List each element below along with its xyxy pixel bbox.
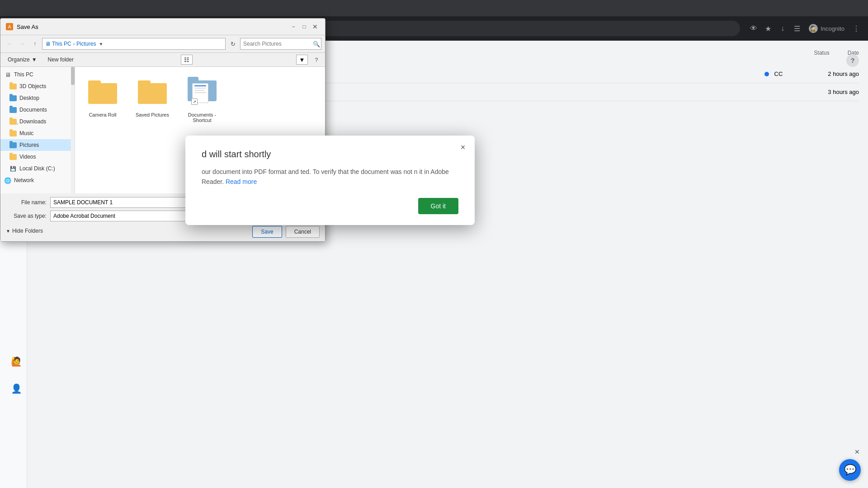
sidebar-item-local-disk[interactable]: 💾 Local Disk (C:) [0,163,75,174]
documents-shortcut-label: Documents - Shortcut [182,112,222,123]
3d-objects-folder-icon [9,83,17,90]
search-box: 🔍 [240,38,321,50]
view-dropdown-arrow: ▼ [299,56,305,63]
breadcrumb-pictures[interactable]: Pictures [76,41,96,47]
sidebar-scrollbar[interactable] [71,67,75,193]
view-icon: ☷ [184,56,189,63]
sidebar-item-downloads[interactable]: ↓ Downloads [0,116,75,127]
music-label: Music [19,130,33,136]
file-item-documents-shortcut[interactable]: ↗ Documents - Shortcut [182,74,222,123]
sidebar-item-documents[interactable]: Documents [0,104,75,116]
time-2: 3 hours ago [828,89,859,95]
dialog-title: A Save As [6,23,38,30]
menu-button[interactable]: ⋮ [850,22,863,35]
hide-folders-arrow: ▼ [6,229,10,234]
sidebar-item-desktop[interactable]: Desktop [0,92,75,104]
desktop-folder-icon [9,94,17,102]
organize-label: Organize [8,56,30,63]
tab-bar [0,0,868,16]
save-as-type-label: Save as type: [6,213,47,219]
sidebar-item-this-pc[interactable]: 🖥 This PC [0,69,75,80]
refresh-location-button[interactable]: ↻ [227,38,238,49]
time-1: 2 hours ago [828,70,859,77]
dialog-action-bar: Organize ▼ New folder ☷ ▼ ? [0,53,325,67]
this-pc-label: This PC [14,71,33,78]
pdf-dialog-close-button[interactable]: × [457,141,469,154]
maximize-button[interactable]: □ [300,22,309,31]
camera-roll-folder-icon [88,80,117,104]
sidebar-item-pictures[interactable]: Pictures [0,139,75,151]
dialog-back-button[interactable]: ← [4,38,15,49]
dialog-help-button[interactable]: ? [311,55,321,65]
sidebar-item-3d-objects[interactable]: 3D Objects [0,80,75,92]
hide-folders-label: Hide Folders [12,228,43,234]
dialog-up-button[interactable]: ↑ [29,38,40,49]
minimize-button[interactable]: − [289,22,298,31]
saved-pictures-icon-wrapper [135,74,170,110]
dialog-forward-button[interactable]: → [17,38,28,49]
breadcrumb-bar[interactable]: 🖥 This PC › Pictures ▼ [42,38,226,50]
new-folder-button[interactable]: New folder [44,55,77,64]
close-dialog-button[interactable]: ✕ [311,22,320,31]
close-chat-button[interactable]: ✕ [853,447,862,456]
sidebar-item-music[interactable]: Music [0,127,75,139]
pdf-dialog-title: d will start shortly [202,149,458,160]
cc-label: CC [774,70,783,77]
3d-objects-label: 3D Objects [19,83,46,89]
accessibility-icon[interactable]: 👁 [747,22,760,35]
read-more-link[interactable]: Read more [226,178,257,185]
sidebar-item-videos[interactable]: Videos [0,151,75,163]
hide-folders-button[interactable]: ▼ Hide Folders [6,228,43,234]
sidebar-item-network[interactable]: 🌐 Network [0,174,75,186]
view-dropdown-button[interactable]: ▼ [296,55,308,65]
view-button[interactable]: ☷ [181,55,193,65]
sidebar-toggle-icon[interactable]: ☰ [791,22,803,35]
sidebar-scroll-thumb[interactable] [71,67,75,85]
camera-roll-label: Camera Roll [89,112,116,117]
documents-shortcut-icon-wrapper: ↗ [185,74,219,110]
cancel-button[interactable]: Cancel [286,226,320,238]
dialog-title-text: Save As [17,23,38,30]
downloads-label: Downloads [19,118,46,125]
documents-folder-icon [9,106,17,113]
file-name-label: File name: [6,199,47,206]
organize-dropdown-arrow: ▼ [32,56,37,63]
help-icon[interactable]: ? [846,54,859,67]
add-person-icon[interactable]: 🙋 [7,352,25,371]
camera-roll-icon-wrapper [85,74,120,110]
file-item-camera-roll[interactable]: Camera Roll [82,74,123,123]
dialog-titlebar: A Save As − □ ✕ [0,19,325,35]
bottom-left-icons: 🙋 👤 [7,352,25,398]
shortcut-folder-tab [188,77,198,81]
this-pc-icon: 🖥 [45,41,51,47]
local-disk-label: Local Disk (C:) [19,165,55,172]
person-icon[interactable]: 👤 [7,380,25,398]
save-button[interactable]: Save [252,226,282,238]
breadcrumb-this-pc[interactable]: 🖥 This PC [45,41,71,47]
dialog-app-icon: A [6,23,13,30]
network-label: Network [14,177,34,183]
network-icon: 🌐 [4,177,11,184]
music-folder-icon [9,130,17,137]
pdf-dialog-footer: Got it [202,198,458,214]
got-it-button[interactable]: Got it [418,198,458,214]
search-input[interactable] [243,41,311,47]
downloads-folder-icon: ↓ [9,118,17,125]
breadcrumb-dropdown[interactable]: ▼ [99,42,103,47]
save-as-type-value: Adobe Acrobat Document [53,213,115,219]
file-item-saved-pictures[interactable]: Saved Pictures [132,74,173,123]
bookmark-icon[interactable]: ★ [762,22,774,35]
pdf-dialog: × d will start shortly our document into… [185,136,475,225]
chat-bubble[interactable]: 💬 [839,459,861,481]
status-column-header: Status [814,50,830,56]
desktop-label: Desktop [19,95,39,101]
footer-bottom-row: ▼ Hide Folders Save Cancel [6,224,320,238]
new-folder-label: New folder [48,56,74,63]
organize-button[interactable]: Organize ▼ [4,55,41,64]
documents-shortcut-folder-icon: ↗ [188,76,217,108]
download-icon[interactable]: ↓ [776,22,789,35]
incognito-label: Incognito [821,25,844,32]
local-disk-icon: 💾 [9,165,17,172]
dialog-sidebar: 🖥 This PC 3D Objects Desktop [0,67,75,193]
toolbar-right: 👁 ★ ↓ ☰ 🕵 Incognito ⋮ [747,22,863,35]
